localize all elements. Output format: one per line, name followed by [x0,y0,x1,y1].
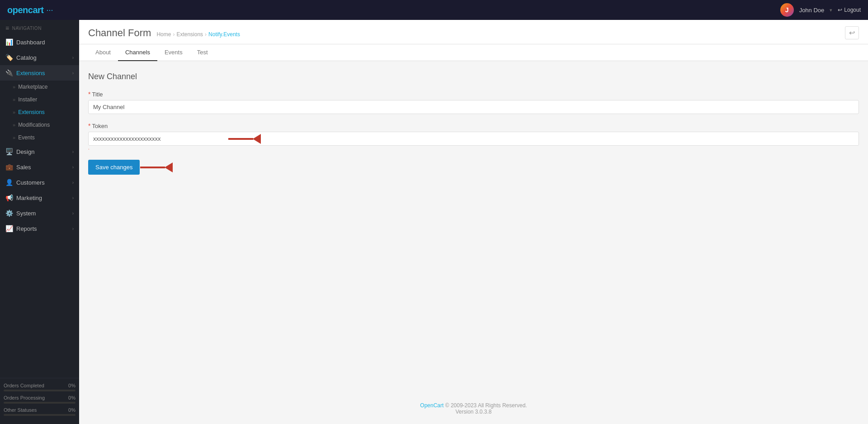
back-button[interactable]: ↩ [845,26,859,39]
sidebar-stats: Orders Completed 0% Orders Processing 0% [0,378,79,424]
design-chevron-icon: › [72,149,74,154]
sidebar-sub-label-modifications: Modifications [18,122,50,128]
stat-label-other-statuses: Other Statuses [4,407,37,413]
sales-icon: 💼 [5,163,13,171]
breadcrumb-home[interactable]: Home [156,31,171,38]
sales-chevron-icon: › [72,165,74,170]
sidebar-label-design: Design [16,148,34,155]
logout-icon: ↩ [838,7,842,13]
token-arrow-line [228,138,253,140]
stat-bar-bg-other [4,414,75,416]
sidebar-sub-label-marketplace: Marketplace [18,84,47,90]
sidebar-item-catalog[interactable]: 🏷️ Catalog › [0,50,79,65]
content-area: Channel Form Home › Extensions › Notify.… [79,20,868,424]
marketing-chevron-icon: › [72,195,74,200]
logout-button[interactable]: ↩ Logout [838,7,861,13]
user-name: John Doe [799,7,825,14]
extensions-chevron-icon: › [72,71,74,76]
content-header: Channel Form Home › Extensions › Notify.… [79,20,868,44]
sidebar-label-customers: Customers [16,179,45,186]
reports-icon: 📈 [5,225,13,232]
breadcrumb-sep-2: › [205,31,207,38]
save-changes-button[interactable]: Save changes [88,160,140,175]
stat-orders-processing: Orders Processing 0% [4,395,75,404]
sidebar-label-marketing: Marketing [16,195,42,201]
nav-label: NAVIGATION [0,20,79,34]
breadcrumb-notify-events[interactable]: Notify.Events [208,31,240,38]
title-input[interactable] [88,100,859,114]
stat-orders-completed: Orders Completed 0% [4,383,75,391]
sidebar: NAVIGATION 📊 Dashboard 🏷️ Catalog › 🔌 Ex… [0,20,79,424]
token-error-dot: · [88,147,859,152]
stat-value-orders-completed: 0% [68,383,75,388]
sidebar-item-customers[interactable]: 👤 Customers › [0,175,79,190]
sidebar-sub-label-events: Events [18,134,35,141]
page-title-area: Channel Form Home › Extensions › Notify.… [88,27,240,39]
system-icon: ⚙️ [5,210,13,217]
design-icon: 🖥️ [5,148,13,155]
sidebar-sub-label-installer: Installer [18,96,37,103]
sidebar-label-sales: Sales [16,164,31,171]
footer-opencart-link[interactable]: OpenCart [420,402,443,409]
top-header: opencart ··· J John Doe ▾ ↩ Logout [0,0,868,20]
sidebar-item-system[interactable]: ⚙️ System › [0,205,79,221]
token-input[interactable] [88,132,859,146]
system-chevron-icon: › [72,211,74,216]
stat-value-other-statuses: 0% [68,407,75,413]
sidebar-sub-label-extensions: Extensions [18,109,45,115]
footer-copyright: © 2009-2023 All Rights Reserved. [445,402,527,409]
sidebar-item-dashboard[interactable]: 📊 Dashboard [0,34,79,50]
sidebar-label-system: System [16,210,36,217]
sidebar-item-extensions[interactable]: 🔌 Extensions › [0,65,79,81]
title-group: * Title [88,91,859,114]
token-arrow [228,134,261,144]
catalog-icon: 🏷️ [5,54,13,61]
stat-value-orders-processing: 0% [68,395,75,400]
breadcrumb: Home › Extensions › Notify.Events [156,31,240,38]
save-arrow [140,162,173,172]
token-arrow-head [253,134,261,144]
sidebar-sub-modifications[interactable]: Modifications [0,119,79,131]
sidebar-label-dashboard: Dashboard [16,39,45,46]
sidebar-label-reports: Reports [16,225,37,232]
sidebar-sub-extensions[interactable]: Extensions [0,106,79,119]
tab-channels[interactable]: Channels [118,44,157,61]
marketing-icon: 📢 [5,194,13,201]
footer-copyright-line: OpenCart © 2009-2023 All Rights Reserved… [88,402,859,409]
stat-label-orders-processing: Orders Processing [4,395,45,400]
tab-test[interactable]: Test [190,44,215,61]
tab-about[interactable]: About [88,44,118,61]
sidebar-sub-installer[interactable]: Installer [0,93,79,106]
sidebar-item-sales[interactable]: 💼 Sales › [0,159,79,175]
title-required-star: * [88,91,90,98]
stat-other-statuses: Other Statuses 0% [4,407,75,416]
stat-bar-bg-completed [4,390,75,391]
save-arrow-head [165,162,173,172]
tabs-bar: About Channels Events Test [79,44,868,61]
title-label: * Title [88,91,859,98]
user-avatar: J [780,3,794,17]
page-title: Channel Form [88,27,151,39]
tab-events[interactable]: Events [157,44,190,61]
logo-cart-icon: ··· [46,5,53,15]
extensions-icon: 🔌 [5,69,13,76]
token-label: * Token [88,122,859,129]
sidebar-item-reports[interactable]: 📈 Reports › [0,221,79,236]
reports-chevron-icon: › [72,226,74,231]
user-dropdown-icon[interactable]: ▾ [830,7,832,13]
stat-bar-bg-processing [4,402,75,404]
logo-text: opencart [7,5,43,15]
logo: opencart ··· [7,5,53,15]
token-wrapper [88,132,859,146]
sidebar-item-marketing[interactable]: 📢 Marketing › [0,190,79,205]
sidebar-sub-events[interactable]: Events [0,131,79,144]
form-area: New Channel * Title * Token [79,61,868,393]
save-arrow-line [140,167,165,168]
save-button-wrapper: Save changes [88,160,140,175]
customers-icon: 👤 [5,179,13,186]
token-group: * Token · [88,122,859,152]
breadcrumb-extensions[interactable]: Extensions [176,31,203,38]
dashboard-icon: 📊 [5,38,13,46]
sidebar-item-design[interactable]: 🖥️ Design › [0,144,79,159]
sidebar-sub-marketplace[interactable]: Marketplace [0,81,79,93]
